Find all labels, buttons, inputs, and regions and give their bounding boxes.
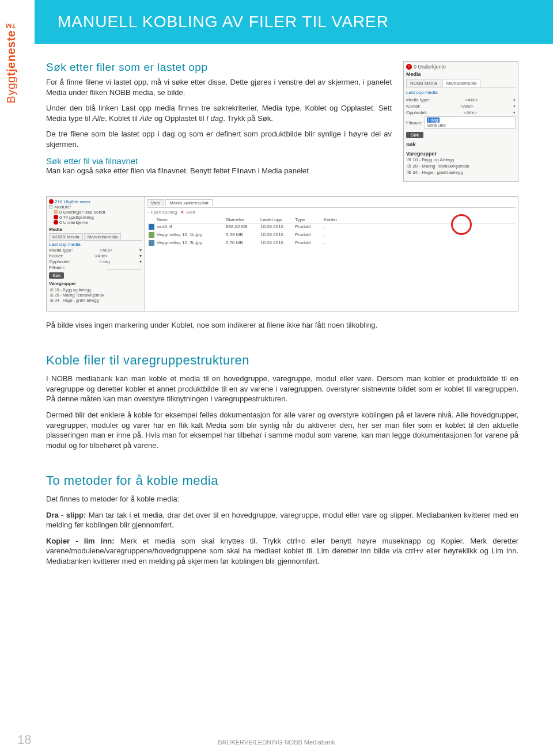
opplastet-value[interactable]: <Alle> [464,110,477,115]
section-2-p1: Man kan også søke etter filen via filnav… [46,166,392,176]
tab-vare[interactable]: Vare [147,199,164,206]
chevron-down-icon[interactable]: ▾ [513,98,516,102]
field-filnavn: Filnavn: I dag Siste uke [406,116,516,129]
tab-nobb-media[interactable]: NOBB Media [49,233,83,240]
expired-link[interactable]: 216 Utgåtte varer [49,199,142,204]
warn-icon [54,220,58,225]
th-name[interactable]: Navn [155,216,224,223]
th-size[interactable]: Størrelse [224,216,259,223]
screenshot-media-panel: ! 0 Underkjente Media NOBB Media Markeds… [403,61,518,182]
moduler-label: ⊟ Moduler [49,204,142,210]
tree: ⊞ 10 - Bygg og Anlegg ⊞ 20 - Maling Tekn… [49,287,142,303]
warn-text: 0 Underkjente [414,64,446,70]
plus-icon[interactable]: ⊞ [407,164,411,169]
varegrupper-header: Varegrupper [49,281,142,286]
chevron-down-icon[interactable]: ▾ [139,259,142,264]
f-media-type: Media type:<Alle>▾ [49,248,142,253]
annotation-circle [451,214,472,235]
section-2-heading: Søk etter fil via filnavnet [46,156,392,166]
field-opplastet: Opplastet: <Alle> ▾ [406,110,516,115]
note-text: På bilde vises ingen markering under Kob… [46,320,518,330]
section-4-intro: Det finnes to metoder for å koble media: [46,494,518,504]
result-tabs: Vare Media søkeresultat [147,199,516,208]
tree-item[interactable]: ⊞ 10 - Bygg og Anlegg [50,287,142,292]
filnavn-input[interactable] [107,265,142,270]
left-pane: 216 Utgåtte varer ⊟ Moduler 0 Endringer … [47,197,145,311]
warn-icon [54,215,58,219]
media-header: Media [49,227,142,232]
f-filnavn: Filnavn: [49,265,142,270]
media-tabs: NOBB Media Markedsmedia [406,79,516,88]
file-icon [149,240,154,246]
section-4-p2: Kopier - lim inn: Merk et media som skal… [46,536,518,567]
warning-icon: ! [406,64,412,70]
varegrupper-header: Varegrupper [406,151,516,157]
plus-icon[interactable]: ⊞ [407,157,411,162]
file-icon [149,232,154,238]
f-koblet: Koblet:<Alle>▾ [49,253,142,259]
section-3-p2: Dermed blir det enklere å koble for ekse… [46,410,518,450]
f-opplastet: Opplastet:I dag▾ [49,259,142,264]
warn-row: ! 0 Underkjente [406,64,516,70]
field-koblet: Koblet: <Alle> ▾ [406,104,516,109]
logo-prefix: Bygg [5,76,17,104]
tab-nobb-media[interactable]: NOBB Media [406,79,441,87]
tab-markedsmedia[interactable]: Markedsmedia [442,79,480,87]
chevron-down-icon[interactable]: ▾ [139,248,142,253]
tree-item[interactable]: ⊞ 34 - Hage-, grønt-anlegg [407,169,516,176]
warning-icon [49,199,54,204]
section-4-heading: To metoder for å koble media [46,473,518,488]
media-label: Media [406,71,516,77]
tree-item[interactable]: ⊞ 34 - Hage-, grønt-anlegg [50,298,142,303]
section-1-p3: De tre filene som ble lastet opp i dag o… [46,129,392,149]
dropdown-selected[interactable]: I dag [427,117,440,123]
tab-markedsmedia[interactable]: Markedsmedia [84,233,121,240]
search-button[interactable]: Søk [49,272,64,279]
footer-text: BRUKERVEILEDNING NOBB Mediabank [0,739,553,746]
tab-media-results[interactable]: Media søkeresultat [165,199,213,206]
dropdown-option[interactable]: Siste uke [427,123,513,128]
tabs: NOBB Media Markedsmedia [49,233,142,241]
section-1-heading: Søk etter filer som er lastet opp [46,61,392,74]
section-3-heading: Koble filer til varegruppestrukturen [46,353,518,368]
tree: ⊞ 10 - Bygg og Anlegg ⊞ 20 - Maling Tekn… [406,157,516,176]
search-button[interactable]: Søk [406,132,423,138]
file-icon [149,224,154,230]
field-media-type: Media type: <Alle> ▾ [406,97,516,102]
logo-tm: ™ [5,17,17,31]
section-3-p1: I NOBB mediabank kan man koble et media … [46,374,518,404]
upload-media-link[interactable]: Last opp media [406,90,516,95]
th-koblet[interactable]: Koblet [322,216,351,223]
logo: Byggtjeneste™ [5,17,18,104]
upload-link[interactable]: Last opp media [49,242,142,247]
tree-item[interactable]: ⊞ 10 - Bygg og Anlegg [407,157,516,163]
tree-item[interactable]: ⊞ 20 - Maling Teknisk/Kjemisk [50,292,142,298]
koblet-value[interactable]: <Alle> [460,104,474,109]
table-row[interactable]: Veggmaling 10_3L.jpg 2,70 MB 10.08.2010 … [147,240,516,248]
section-4-p1: Dra - slipp: Man tar tak i et media, dra… [46,510,518,530]
section-1-p1: For å finne filene vi lastet opp, må vi … [46,77,392,97]
tree-item[interactable]: ⊞ 20 - Maling Teknisk/Kjemisk [407,163,516,169]
th-type[interactable]: Type [293,216,322,223]
section-1: Søk etter filer som er lastet opp For å … [46,61,392,182]
media-type-value[interactable]: <Alle> [465,97,478,102]
plus-icon[interactable]: ⊞ [407,170,411,175]
page-title: MANUELL KOBLING AV FILER TIL VARER [35,0,553,44]
delete-action[interactable]: ✕ Slett [180,210,195,215]
delete-icon: ✕ [180,210,184,215]
mod-item[interactable]: 0 Endringer ikke sendt [49,210,142,215]
remove-link-action[interactable]: – Fjern kobling [147,210,177,215]
opplastet-dropdown[interactable]: I dag Siste uke [425,116,516,129]
warn-icon [54,210,58,214]
chevron-down-icon[interactable]: ▾ [513,111,516,115]
chevron-down-icon[interactable]: ▾ [139,253,142,259]
th-date[interactable]: Lastet opp [259,216,293,223]
logo-bold: tjeneste [5,31,17,77]
mod-item[interactable]: 0 Til godkjenning [49,215,142,220]
section-1-p2: Under den blå linken Last opp media finn… [46,103,392,123]
screenshot-search-results: 216 Utgåtte varer ⊟ Moduler 0 Endringer … [46,196,518,311]
chevron-down-icon[interactable]: ▾ [513,104,516,109]
right-pane: Vare Media søkeresultat – Fjern kobling … [145,197,518,311]
mod-item[interactable]: 0 Underkjente [49,220,142,225]
sok-header: Søk [406,142,516,147]
